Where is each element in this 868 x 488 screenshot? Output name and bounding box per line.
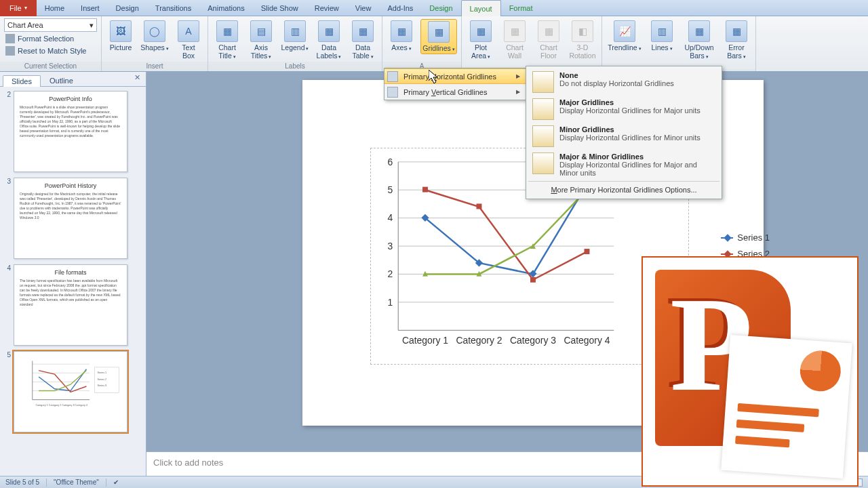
rotation-icon: ◧ [572, 20, 593, 42]
chart-wall-label: Chart Wall [506, 43, 524, 60]
legend-button[interactable]: ▥Legend [280, 19, 310, 53]
tab-review[interactable]: Review [307, 0, 347, 16]
menu-title: Major Gridlines [559, 98, 701, 106]
insert-picture-button[interactable]: 🖼Picture [106, 19, 136, 52]
insert-shapes-label: Shapes [140, 43, 169, 53]
slide-number: 2 [3, 91, 11, 172]
group-background: ▦Plot Area ▦Chart Wall ▦Chart Floor ◧3-D… [462, 16, 602, 71]
slide-thumbnail[interactable]: File formats The binary format specifica… [14, 264, 127, 346]
axis-titles-icon: ▤ [250, 20, 272, 42]
menu-title: Minor Gridlines [559, 125, 701, 134]
reset-style-label: Reset to Match Style [18, 47, 87, 55]
gridlines-minor-item[interactable]: Minor Gridlines Display Horizontal Gridl… [528, 123, 719, 150]
close-panel-button[interactable]: ✕ [134, 73, 140, 82]
primary-vertical-gridlines-item[interactable]: Primary Vertical Gridlines ▶ [384, 84, 526, 100]
axes-button[interactable]: ▦Axes [387, 19, 416, 53]
major-icon [532, 98, 554, 120]
picture-icon: 🖼 [110, 20, 132, 42]
logo-bar [736, 420, 805, 432]
thumb-body: Originally designed for the Macintosh co… [20, 192, 121, 220]
tab-file[interactable]: File [0, 0, 37, 16]
svg-text:Series 2: Series 2 [97, 378, 106, 381]
menu-desc: Display Horizontal Gridlines for Major a… [559, 161, 715, 177]
plot-area-button[interactable]: ▦Plot Area [466, 19, 496, 61]
axes-icon: ▦ [391, 20, 412, 42]
axis-titles-button[interactable]: ▤Axis Titles [246, 19, 276, 61]
logo-pie-icon [799, 349, 842, 392]
slide-thumbnail-selected[interactable]: Series 1 Series 2 Series 3 Category 1 Ca… [14, 351, 127, 432]
error-bars-button[interactable]: ▦Error Bars [722, 19, 751, 61]
svg-text:3: 3 [388, 241, 393, 251]
trendline-label: Trendline [608, 43, 641, 53]
data-table-button[interactable]: ▦Data Table [348, 19, 378, 61]
tab-insert[interactable]: Insert [73, 0, 108, 16]
gridlines-major-minor-item[interactable]: Major & Minor Gridlines Display Horizont… [528, 150, 719, 180]
textbox-icon: A [178, 20, 199, 42]
minor-icon [532, 125, 554, 147]
menu-desc: Display Horizontal Gridlines for Minor u… [559, 134, 701, 142]
menu-title: Major & Minor Gridlines [559, 152, 715, 161]
gridlines-icon: ▦ [428, 21, 450, 43]
tab-add-ins[interactable]: Add-Ins [379, 0, 421, 16]
vertical-gridlines-icon [387, 87, 398, 98]
chart-title-button[interactable]: ▦Chart Title [212, 19, 242, 61]
slides-tab[interactable]: Slides [3, 75, 41, 87]
format-selection-button[interactable]: Format Selection [4, 33, 75, 44]
primary-horizontal-gridlines-item[interactable]: Primary Horizontal Gridlines ▶ [384, 68, 526, 84]
tab-chart-design[interactable]: Design [421, 0, 460, 16]
status-slide-number: Slide 5 of 5 [5, 479, 39, 486]
tab-chart-format[interactable]: Format [501, 0, 541, 16]
tab-animations[interactable]: Animations [199, 0, 252, 16]
updown-label: Up/Down Bars [684, 43, 713, 61]
tab-chart-layout[interactable]: Layout [461, 0, 501, 16]
legend-label: Legend [281, 43, 309, 53]
insert-textbox-button[interactable]: AText Box [174, 19, 203, 60]
gridlines-major-item[interactable]: Major Gridlines Display Horizontal Gridl… [528, 96, 719, 123]
slide-thumbnail[interactable]: PowerPoint Info Microsoft PowerPoint is … [14, 91, 127, 172]
svg-text:1: 1 [388, 297, 393, 308]
menu-desc: Do not display Horizontal Gridlines [559, 79, 674, 87]
group-analysis: 📈Trendline ▥Lines ▦Up/Down Bars ▦Error B… [602, 16, 756, 71]
slides-panel-tabs: Slides Outline ✕ [0, 72, 146, 87]
tab-view[interactable]: View [347, 0, 380, 16]
insert-shapes-button[interactable]: ◯Shapes [140, 19, 170, 53]
chart-element-selector[interactable]: Chart Area▾ [4, 18, 97, 32]
chart-title-icon: ▦ [216, 20, 238, 42]
slide-thumbnail[interactable]: PowerPoint History Originally designed f… [14, 178, 127, 259]
tab-transitions[interactable]: Transitions [147, 0, 199, 16]
chart-wall-button: ▦Chart Wall [500, 19, 530, 60]
slide-thumbnail-row: 4 File formats The binary format specifi… [3, 264, 143, 346]
plot-area-label: Plot Area [471, 43, 490, 61]
svg-text:Category 2: Category 2 [456, 335, 502, 346]
spellcheck-icon[interactable]: ✔ [113, 479, 119, 486]
thumb-title: File formats [20, 269, 121, 276]
svg-text:Category 4: Category 4 [564, 335, 610, 346]
svg-text:Series 3: Series 3 [97, 384, 106, 387]
tab-home[interactable]: Home [37, 0, 73, 16]
data-table-label: Data Table [352, 43, 373, 61]
lines-button[interactable]: ▥Lines [647, 19, 677, 53]
reset-to-match-style-button[interactable]: Reset to Match Style [4, 45, 88, 56]
lines-icon: ▥ [651, 20, 673, 42]
updown-bars-button[interactable]: ▦Up/Down Bars [681, 19, 717, 61]
logo-page-shape [721, 335, 852, 479]
menu-desc: Display Horizontal Gridlines for Major u… [559, 106, 701, 115]
data-labels-button[interactable]: ▦Data Labels [314, 19, 344, 61]
legend-item: Series 1 [737, 230, 770, 246]
shapes-icon: ◯ [144, 20, 165, 42]
submenu-arrow-icon: ▶ [516, 73, 520, 79]
outline-tab[interactable]: Outline [41, 75, 82, 86]
svg-text:2: 2 [388, 268, 393, 279]
tab-slide-show[interactable]: Slide Show [253, 0, 307, 16]
group-label-insert: Insert [102, 62, 208, 71]
more-gridlines-options-item[interactable]: More Primary Horizontal Gridlines Option… [528, 183, 719, 197]
svg-rect-35 [476, 203, 481, 209]
chart-floor-button: ▦Chart Floor [534, 19, 564, 60]
trendline-button[interactable]: 📈Trendline [606, 19, 643, 53]
thumb-title: PowerPoint Info [20, 96, 121, 102]
status-theme: "Office Theme" [54, 479, 99, 486]
none-icon [532, 71, 554, 93]
gridlines-none-item[interactable]: None Do not display Horizontal Gridlines [528, 68, 719, 96]
tab-design[interactable]: Design [108, 0, 147, 16]
gridlines-button[interactable]: ▦Gridlines [420, 19, 457, 54]
